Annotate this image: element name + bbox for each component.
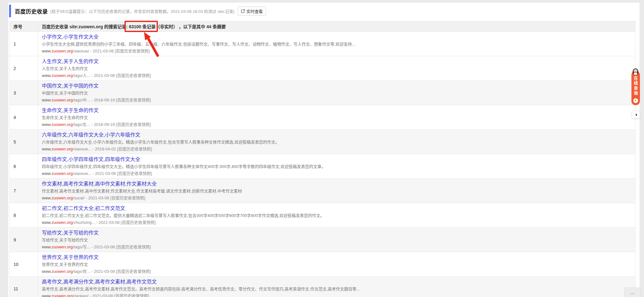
result-title-link[interactable]: 写给作文,关于写给的作文 <box>42 230 98 236</box>
result-url-line: www.zuowen.org/xiaoxue... - 2019-04-02 [… <box>42 146 631 152</box>
row-number: 1 <box>10 32 38 56</box>
url-www: www. <box>42 73 52 78</box>
result-row: 8初二作文,初二作文大全,初二作文范文初二作文,初二作文大全,初二作文范文。提供… <box>10 203 636 228</box>
row-number: 5 <box>10 130 38 154</box>
result-description: 中国作文,关于中国的作文 <box>42 90 631 96</box>
result-title-link[interactable]: 四年级作文,小学四年级作文,四年级作文大全 <box>42 156 140 163</box>
plus-icon: + <box>633 98 638 103</box>
result-description: 高考作文,高考满分作文,高考作文素材,高考作文范文。高考作文频道内容包括:高考满… <box>42 286 631 292</box>
url-www: www. <box>42 147 52 151</box>
result-cell: 四年级作文,小学四年级作文,四年级作文大全四年级作文,小学四年级作文,四年级作文… <box>38 154 636 179</box>
result-description: 六年级作文,六年级作文大全,小学六年级作文。精选小学生六年级作文,包含写景写人叙… <box>42 139 631 145</box>
url-path-date-snapshot: /gaokao/ - 2021-03-08 [百度历史收录快照] <box>73 294 149 297</box>
result-url-line: www.zuowen.org/tags/写... - 2021-03-08 [百… <box>42 244 631 250</box>
url-www: www. <box>42 196 52 200</box>
url-domain-highlight: zuowen.org <box>52 245 73 249</box>
url-domain-highlight: zuowen.org <box>52 171 73 176</box>
back-to-top-button[interactable]: ︿ <box>624 288 641 297</box>
accent-bar <box>9 5 11 17</box>
result-cell: 初二作文,初二作文大全,初二作文范文初二作文,初二作文大全,初二作文范文。提供大… <box>38 203 636 228</box>
url-domain-highlight: zuowen.org <box>52 220 73 225</box>
seq-column-header: 序号 <box>10 21 38 32</box>
url-path-date-snapshot: /xiaoxue/ - 2021-03-08 [百度历史收录快照] <box>73 49 150 53</box>
page-header: 百度历史收录 (桔子SEO温馨提示：以下为历史收录的记录，并非实时收录数据。20… <box>9 3 636 19</box>
result-url-line: www.zuowen.org/xiaoxue/ - 2021-03-08 [百度… <box>42 48 631 54</box>
result-cell: 生命作文,关于生命的作文生命作文,关于生命的作文www.zuowen.org/t… <box>38 105 636 130</box>
result-row: 2人生作文,关于人生的作文人生作文,关于人生的作文www.zuowen.org/… <box>10 56 636 81</box>
result-url-line: www.zuowen.org/gaokao/ - 2021-03-08 [百度历… <box>42 293 631 297</box>
half-circle-icon: ◑ <box>634 112 637 117</box>
row-number: 6 <box>10 154 38 179</box>
page-title: 百度历史收录 <box>15 7 48 15</box>
summary-suffix: （非实时） ，以下是其中 44 条摘要 <box>156 24 226 29</box>
external-link-icon <box>241 9 245 13</box>
result-description: 小学生作文大全网,提供优秀原创的小学三年级、四年级、五年级、六年级作文,包括话题… <box>42 41 631 47</box>
result-url-line: www.zuowen.org/sucai/ - 2021-03-08 [百度历史… <box>42 195 631 201</box>
result-title-link[interactable]: 人生作文,关于人生的作文 <box>42 58 98 65</box>
url-path-date-snapshot: /tags/人... - 2021-03-08 [百度历史收录快照] <box>73 73 151 78</box>
row-number: 3 <box>10 81 38 105</box>
result-row: 10世界作文,关于世界的作文世界作文,关于世界的作文www.zuowen.org… <box>10 252 636 277</box>
result-row: 4生命作文,关于生命的作文生命作文,关于生命的作文www.zuowen.org/… <box>10 105 636 130</box>
result-title-link[interactable]: 六年级作文,六年级作文大全,小学六年级作文 <box>42 132 140 138</box>
url-path-date-snapshot: /chuzhong... - 2021-03-08 [百度历史收录快照] <box>73 220 156 225</box>
url-domain-highlight: zuowen.org <box>52 269 73 274</box>
row-number: 11 <box>10 277 38 297</box>
url-www: www. <box>42 220 52 225</box>
result-cell: 高考作文,高考满分作文,高考作文素材,高考作文范文高考作文,高考满分作文,高考作… <box>38 277 636 297</box>
live-view-label: 实时查看 <box>247 8 263 14</box>
url-www: www. <box>42 245 52 249</box>
result-description: 初二作文,初二作文大全,初二作文范文。提供大量精选初二年级写景写人叙事作文,包含… <box>42 213 631 219</box>
summary-header: 百度历史收录 site:zuowen.org 的搜索记录: 63100 条记录 … <box>38 21 636 32</box>
url-www: www. <box>42 171 52 176</box>
result-row: 9写给作文,关于写给的作文写给作文,关于写给的作文www.zuowen.org/… <box>10 228 636 252</box>
url-path-date-snapshot: /tags/中... - 2018-09-19 [百度历史收录快照] <box>73 98 151 102</box>
result-cell: 中国作文,关于中国的作文中国作文,关于中国的作文www.zuowen.org/t… <box>38 81 636 105</box>
url-path-date-snapshot: /tags/写... - 2021-03-08 [百度历史收录快照] <box>73 245 151 249</box>
result-url-line: www.zuowen.org/chuzhong... - 2021-03-08 … <box>42 219 631 225</box>
result-url-line: www.zuowen.org/tags/生... - 2018-09-19 [百… <box>42 122 631 127</box>
row-number: 8 <box>10 203 38 228</box>
row-number: 4 <box>10 105 38 130</box>
result-title-link[interactable]: 小学作文,小学生作文大全 <box>42 34 98 40</box>
record-count-highlight: : 63100 条记录 <box>126 23 155 30</box>
qq-penguin-icon <box>632 68 639 75</box>
result-row: 6四年级作文,小学四年级作文,四年级作文大全四年级作文,小学四年级作文,四年级作… <box>10 154 636 179</box>
result-title-link[interactable]: 中国作文,关于中国的作文 <box>42 83 98 89</box>
url-path-date-snapshot: /tags/世... - 2021-03-08 [百度历史收录快照] <box>73 269 151 274</box>
url-path-date-snapshot: /xiaoxue... - 2021-03-08 [百度历史收录快照] <box>73 171 152 176</box>
url-path-date-snapshot: /tags/生... - 2018-09-19 [百度历史收录快照] <box>73 122 151 127</box>
table-header-row: 序号 百度历史收录 site:zuowen.org 的搜索记录: 63100 条… <box>10 21 636 32</box>
result-row: 1小学作文,小学生作文大全小学生作文大全网,提供优秀原创的小学三年级、四年级、五… <box>10 32 636 56</box>
consult-label: 在线咨询 <box>633 76 639 96</box>
summary-prefix: 百度历史收录 site:zuowen.org 的搜索记录 <box>42 24 126 29</box>
result-cell: 人生作文,关于人生的作文人生作文,关于人生的作文www.zuowen.org/t… <box>38 56 636 81</box>
url-www: www. <box>42 294 52 297</box>
row-number: 10 <box>10 252 38 277</box>
result-title-link[interactable]: 世界作文,关于世界的作文 <box>42 254 98 261</box>
url-www: www. <box>42 98 52 102</box>
row-number: 2 <box>10 56 38 81</box>
result-description: 世界作文,关于世界的作文 <box>42 262 631 267</box>
contrast-toggle-button[interactable]: ◑ <box>632 111 640 119</box>
result-url-line: www.zuowen.org/tags/人... - 2021-03-08 [百… <box>42 73 631 78</box>
live-view-button[interactable]: 实时查看 <box>238 7 266 16</box>
url-domain-highlight: zuowen.org <box>52 73 73 78</box>
result-description: 四年级作文,小学四年级作文,四年级作文大全。精选小学生四年级写景写人叙事各种文体… <box>42 164 631 170</box>
result-cell: 作文素材,高考作文素材,高中作文素材,作文素材大全作文素材,高考作文素材,高中作… <box>38 179 636 203</box>
result-description: 人生作文,关于人生的作文 <box>42 66 631 72</box>
result-title-link[interactable]: 高考作文,高考满分作文,高考作文素材,高考作文范文 <box>42 278 157 285</box>
result-title-link[interactable]: 生命作文,关于生命的作文 <box>42 107 98 114</box>
result-title-link[interactable]: 作文素材,高考作文素材,高中作文素材,作文素材大全 <box>42 181 157 187</box>
result-description: 作文素材,高考作文素材,高中作文素材,作文素材大全,作文素材高考版,语文作文素材… <box>42 188 631 194</box>
result-url-line: www.zuowen.org/tags/中... - 2018-09-19 [百… <box>42 97 631 103</box>
url-domain-highlight: zuowen.org <box>52 294 73 297</box>
result-title-link[interactable]: 初二作文,初二作文大全,初二作文范文 <box>42 205 125 212</box>
result-row: 5六年级作文,六年级作文大全,小学六年级作文六年级作文,六年级作文大全,小学六年… <box>10 130 636 154</box>
url-domain-highlight: zuowen.org <box>52 98 73 102</box>
result-cell: 六年级作文,六年级作文大全,小学六年级作文六年级作文,六年级作文大全,小学六年级… <box>38 130 636 154</box>
url-domain-highlight: zuowen.org <box>52 49 73 53</box>
url-path-date-snapshot: /xiaoxue... - 2019-04-02 [百度历史收录快照] <box>73 147 152 151</box>
result-cell: 小学作文,小学生作文大全小学生作文大全网,提供优秀原创的小学三年级、四年级、五年… <box>38 32 636 56</box>
online-consult-widget[interactable]: 在线咨询 + <box>631 68 640 105</box>
